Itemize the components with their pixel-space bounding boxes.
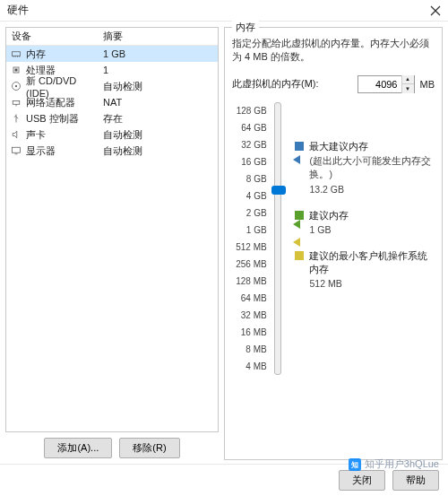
network-icon bbox=[10, 96, 22, 109]
memory-section-title: 内存 bbox=[232, 21, 259, 34]
close-button[interactable]: 关闭 bbox=[339, 470, 385, 491]
device-summary: 自动检测 bbox=[99, 80, 218, 93]
device-row[interactable]: 新 CD/DVD (IDE)自动检测 bbox=[6, 78, 218, 94]
display-icon bbox=[10, 144, 22, 157]
sound-icon bbox=[10, 128, 22, 141]
tick-label: 16 GB bbox=[241, 153, 266, 170]
device-row[interactable]: 显示器自动检测 bbox=[6, 143, 218, 159]
svg-point-10 bbox=[15, 85, 17, 87]
min-legend-title: 建议的最小客户机操作系统内存 bbox=[309, 249, 435, 275]
device-summary: 1 GB bbox=[99, 48, 218, 59]
device-summary: 自动检测 bbox=[99, 128, 218, 142]
memory-slider[interactable] bbox=[271, 102, 285, 375]
max-legend-note: (超出此大小可能发生内存交换。) bbox=[309, 154, 435, 180]
slider-ticks: 128 GB64 GB32 GB16 GB8 GB4 GB2 GB1 GB512… bbox=[232, 102, 271, 375]
tick-label: 4 MB bbox=[246, 358, 266, 375]
device-summary: 1 bbox=[99, 65, 218, 75]
tick-label: 1 GB bbox=[246, 222, 267, 239]
close-icon[interactable] bbox=[430, 5, 441, 16]
slider-thumb[interactable] bbox=[271, 186, 286, 195]
rec-legend-value: 1 GB bbox=[309, 223, 349, 237]
device-label: 新 CD/DVD (IDE) bbox=[26, 74, 99, 99]
device-summary: NAT bbox=[99, 97, 218, 108]
memory-icon bbox=[10, 48, 22, 60]
device-row[interactable]: 网络适配器NAT bbox=[6, 94, 218, 110]
tick-label: 128 GB bbox=[237, 102, 267, 119]
max-legend-title: 最大建议内存 bbox=[309, 140, 435, 153]
device-label: 内存 bbox=[26, 48, 99, 61]
memory-input[interactable] bbox=[358, 77, 401, 91]
device-label: 网络适配器 bbox=[26, 96, 99, 109]
tick-label: 8 MB bbox=[246, 341, 266, 358]
device-label: 显示器 bbox=[26, 144, 99, 158]
device-row[interactable]: 内存1 GB bbox=[6, 46, 218, 62]
add-button[interactable]: 添加(A)... bbox=[44, 438, 112, 458]
svg-rect-13 bbox=[13, 147, 21, 152]
disc-icon bbox=[10, 80, 22, 92]
min-marker-icon bbox=[293, 238, 300, 247]
rec-marker-icon bbox=[293, 220, 300, 229]
tick-label: 64 MB bbox=[241, 290, 267, 307]
tick-label: 4 GB bbox=[246, 187, 267, 204]
rec-legend-icon bbox=[295, 211, 304, 220]
device-row[interactable]: 声卡自动检测 bbox=[6, 126, 218, 143]
svg-rect-2 bbox=[13, 52, 21, 57]
device-summary: 存在 bbox=[99, 112, 218, 126]
dialog-title: 硬件 bbox=[7, 3, 29, 18]
tick-label: 32 GB bbox=[241, 136, 266, 153]
tick-label: 64 GB bbox=[241, 119, 266, 136]
max-legend-icon bbox=[295, 142, 304, 151]
tick-label: 128 MB bbox=[236, 273, 266, 290]
spin-down-icon[interactable]: ▼ bbox=[402, 84, 414, 93]
tick-label: 256 MB bbox=[236, 256, 266, 273]
max-marker-icon bbox=[293, 155, 300, 164]
tick-label: 2 GB bbox=[246, 204, 267, 222]
help-button[interactable]: 帮助 bbox=[392, 470, 439, 491]
svg-rect-8 bbox=[15, 69, 18, 72]
tick-label: 32 MB bbox=[241, 307, 267, 324]
tick-label: 16 MB bbox=[241, 324, 267, 341]
remove-button[interactable]: 移除(R) bbox=[119, 438, 179, 458]
device-label: 声卡 bbox=[26, 128, 99, 142]
col-device-header[interactable]: 设备 bbox=[6, 30, 99, 43]
device-label: USB 控制器 bbox=[26, 112, 99, 126]
cpu-icon bbox=[10, 64, 22, 76]
device-table: 设备 摘要 内存1 GB处理器1新 CD/DVD (IDE)自动检测网络适配器N… bbox=[5, 27, 219, 432]
min-legend-value: 512 MB bbox=[309, 277, 435, 291]
device-summary: 自动检测 bbox=[99, 144, 218, 158]
tick-label: 512 MB bbox=[236, 239, 266, 256]
svg-rect-11 bbox=[13, 101, 20, 105]
max-legend-value: 13.2 GB bbox=[309, 183, 435, 196]
device-row[interactable]: USB 控制器存在 bbox=[6, 110, 218, 126]
spin-up-icon[interactable]: ▲ bbox=[402, 75, 414, 84]
tick-label: 8 GB bbox=[246, 170, 267, 187]
memory-description: 指定分配给此虚拟机的内存量。内存大小必须为 4 MB 的倍数。 bbox=[232, 37, 435, 65]
memory-input-label: 此虚拟机的内存(M): bbox=[232, 77, 352, 91]
col-summary-header[interactable]: 摘要 bbox=[99, 30, 218, 43]
memory-unit: MB bbox=[420, 79, 435, 90]
min-legend-icon bbox=[295, 251, 304, 260]
rec-legend-title: 建议内存 bbox=[309, 209, 349, 222]
usb-icon bbox=[10, 112, 22, 125]
